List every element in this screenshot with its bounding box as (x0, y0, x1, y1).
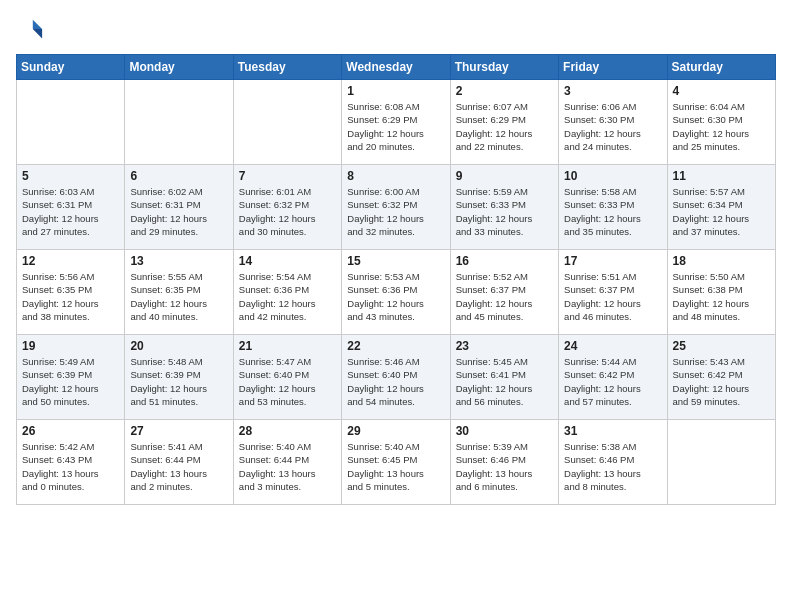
day-number: 21 (239, 339, 336, 353)
day-info: Sunrise: 5:46 AM Sunset: 6:40 PM Dayligh… (347, 355, 444, 408)
day-info: Sunrise: 6:04 AM Sunset: 6:30 PM Dayligh… (673, 100, 770, 153)
day-number: 30 (456, 424, 553, 438)
day-number: 5 (22, 169, 119, 183)
day-info: Sunrise: 5:52 AM Sunset: 6:37 PM Dayligh… (456, 270, 553, 323)
day-cell: 8Sunrise: 6:00 AM Sunset: 6:32 PM Daylig… (342, 165, 450, 250)
day-cell: 20Sunrise: 5:48 AM Sunset: 6:39 PM Dayli… (125, 335, 233, 420)
day-info: Sunrise: 5:40 AM Sunset: 6:44 PM Dayligh… (239, 440, 336, 493)
day-cell: 16Sunrise: 5:52 AM Sunset: 6:37 PM Dayli… (450, 250, 558, 335)
weekday-header-tuesday: Tuesday (233, 55, 341, 80)
week-row-2: 5Sunrise: 6:03 AM Sunset: 6:31 PM Daylig… (17, 165, 776, 250)
day-number: 24 (564, 339, 661, 353)
day-cell: 27Sunrise: 5:41 AM Sunset: 6:44 PM Dayli… (125, 420, 233, 505)
day-info: Sunrise: 5:43 AM Sunset: 6:42 PM Dayligh… (673, 355, 770, 408)
day-number: 4 (673, 84, 770, 98)
day-info: Sunrise: 5:38 AM Sunset: 6:46 PM Dayligh… (564, 440, 661, 493)
week-row-4: 19Sunrise: 5:49 AM Sunset: 6:39 PM Dayli… (17, 335, 776, 420)
day-cell: 19Sunrise: 5:49 AM Sunset: 6:39 PM Dayli… (17, 335, 125, 420)
day-number: 1 (347, 84, 444, 98)
day-number: 9 (456, 169, 553, 183)
day-info: Sunrise: 5:47 AM Sunset: 6:40 PM Dayligh… (239, 355, 336, 408)
day-cell: 15Sunrise: 5:53 AM Sunset: 6:36 PM Dayli… (342, 250, 450, 335)
svg-marker-1 (33, 29, 42, 38)
week-row-5: 26Sunrise: 5:42 AM Sunset: 6:43 PM Dayli… (17, 420, 776, 505)
day-number: 2 (456, 84, 553, 98)
day-cell: 30Sunrise: 5:39 AM Sunset: 6:46 PM Dayli… (450, 420, 558, 505)
day-info: Sunrise: 6:03 AM Sunset: 6:31 PM Dayligh… (22, 185, 119, 238)
day-info: Sunrise: 5:48 AM Sunset: 6:39 PM Dayligh… (130, 355, 227, 408)
day-info: Sunrise: 5:59 AM Sunset: 6:33 PM Dayligh… (456, 185, 553, 238)
day-number: 17 (564, 254, 661, 268)
day-cell: 12Sunrise: 5:56 AM Sunset: 6:35 PM Dayli… (17, 250, 125, 335)
day-number: 8 (347, 169, 444, 183)
weekday-header-wednesday: Wednesday (342, 55, 450, 80)
day-cell: 24Sunrise: 5:44 AM Sunset: 6:42 PM Dayli… (559, 335, 667, 420)
day-info: Sunrise: 5:54 AM Sunset: 6:36 PM Dayligh… (239, 270, 336, 323)
day-cell: 23Sunrise: 5:45 AM Sunset: 6:41 PM Dayli… (450, 335, 558, 420)
day-cell: 3Sunrise: 6:06 AM Sunset: 6:30 PM Daylig… (559, 80, 667, 165)
day-number: 6 (130, 169, 227, 183)
day-cell (125, 80, 233, 165)
weekday-header-saturday: Saturday (667, 55, 775, 80)
day-cell: 9Sunrise: 5:59 AM Sunset: 6:33 PM Daylig… (450, 165, 558, 250)
day-number: 18 (673, 254, 770, 268)
week-row-3: 12Sunrise: 5:56 AM Sunset: 6:35 PM Dayli… (17, 250, 776, 335)
day-info: Sunrise: 6:02 AM Sunset: 6:31 PM Dayligh… (130, 185, 227, 238)
day-cell: 21Sunrise: 5:47 AM Sunset: 6:40 PM Dayli… (233, 335, 341, 420)
day-number: 23 (456, 339, 553, 353)
day-number: 26 (22, 424, 119, 438)
day-number: 10 (564, 169, 661, 183)
day-cell: 26Sunrise: 5:42 AM Sunset: 6:43 PM Dayli… (17, 420, 125, 505)
day-info: Sunrise: 6:00 AM Sunset: 6:32 PM Dayligh… (347, 185, 444, 238)
day-cell: 28Sunrise: 5:40 AM Sunset: 6:44 PM Dayli… (233, 420, 341, 505)
day-number: 28 (239, 424, 336, 438)
day-cell (233, 80, 341, 165)
weekday-header-friday: Friday (559, 55, 667, 80)
day-number: 19 (22, 339, 119, 353)
day-cell: 13Sunrise: 5:55 AM Sunset: 6:35 PM Dayli… (125, 250, 233, 335)
day-cell: 11Sunrise: 5:57 AM Sunset: 6:34 PM Dayli… (667, 165, 775, 250)
day-cell (17, 80, 125, 165)
day-info: Sunrise: 5:42 AM Sunset: 6:43 PM Dayligh… (22, 440, 119, 493)
day-info: Sunrise: 6:08 AM Sunset: 6:29 PM Dayligh… (347, 100, 444, 153)
day-number: 3 (564, 84, 661, 98)
day-cell: 4Sunrise: 6:04 AM Sunset: 6:30 PM Daylig… (667, 80, 775, 165)
svg-marker-0 (33, 20, 42, 29)
day-number: 31 (564, 424, 661, 438)
page-header (16, 16, 776, 44)
logo (16, 16, 48, 44)
day-info: Sunrise: 5:50 AM Sunset: 6:38 PM Dayligh… (673, 270, 770, 323)
weekday-header-thursday: Thursday (450, 55, 558, 80)
day-number: 29 (347, 424, 444, 438)
day-info: Sunrise: 5:55 AM Sunset: 6:35 PM Dayligh… (130, 270, 227, 323)
day-cell: 2Sunrise: 6:07 AM Sunset: 6:29 PM Daylig… (450, 80, 558, 165)
day-cell: 31Sunrise: 5:38 AM Sunset: 6:46 PM Dayli… (559, 420, 667, 505)
day-cell: 29Sunrise: 5:40 AM Sunset: 6:45 PM Dayli… (342, 420, 450, 505)
day-number: 11 (673, 169, 770, 183)
day-cell: 18Sunrise: 5:50 AM Sunset: 6:38 PM Dayli… (667, 250, 775, 335)
day-cell: 25Sunrise: 5:43 AM Sunset: 6:42 PM Dayli… (667, 335, 775, 420)
day-number: 22 (347, 339, 444, 353)
day-info: Sunrise: 5:39 AM Sunset: 6:46 PM Dayligh… (456, 440, 553, 493)
day-number: 14 (239, 254, 336, 268)
day-number: 27 (130, 424, 227, 438)
day-number: 13 (130, 254, 227, 268)
day-cell: 14Sunrise: 5:54 AM Sunset: 6:36 PM Dayli… (233, 250, 341, 335)
day-cell: 6Sunrise: 6:02 AM Sunset: 6:31 PM Daylig… (125, 165, 233, 250)
day-info: Sunrise: 5:57 AM Sunset: 6:34 PM Dayligh… (673, 185, 770, 238)
day-cell: 10Sunrise: 5:58 AM Sunset: 6:33 PM Dayli… (559, 165, 667, 250)
day-info: Sunrise: 5:41 AM Sunset: 6:44 PM Dayligh… (130, 440, 227, 493)
day-cell: 22Sunrise: 5:46 AM Sunset: 6:40 PM Dayli… (342, 335, 450, 420)
day-number: 16 (456, 254, 553, 268)
day-number: 7 (239, 169, 336, 183)
day-cell: 1Sunrise: 6:08 AM Sunset: 6:29 PM Daylig… (342, 80, 450, 165)
day-number: 12 (22, 254, 119, 268)
day-cell: 7Sunrise: 6:01 AM Sunset: 6:32 PM Daylig… (233, 165, 341, 250)
day-info: Sunrise: 5:58 AM Sunset: 6:33 PM Dayligh… (564, 185, 661, 238)
day-info: Sunrise: 5:56 AM Sunset: 6:35 PM Dayligh… (22, 270, 119, 323)
day-number: 15 (347, 254, 444, 268)
day-info: Sunrise: 5:40 AM Sunset: 6:45 PM Dayligh… (347, 440, 444, 493)
day-info: Sunrise: 5:51 AM Sunset: 6:37 PM Dayligh… (564, 270, 661, 323)
day-info: Sunrise: 5:49 AM Sunset: 6:39 PM Dayligh… (22, 355, 119, 408)
day-info: Sunrise: 6:06 AM Sunset: 6:30 PM Dayligh… (564, 100, 661, 153)
